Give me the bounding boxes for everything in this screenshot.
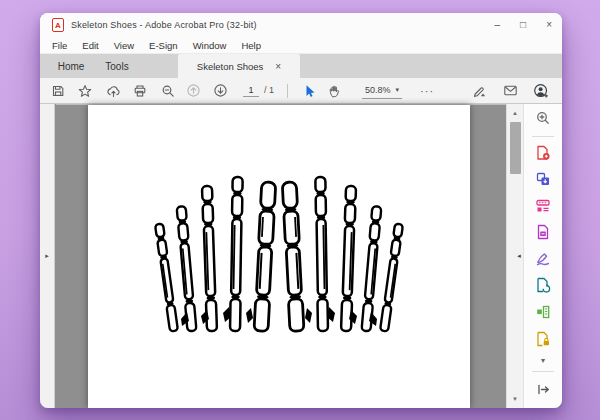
save-icon[interactable] <box>47 80 69 102</box>
minimize-button[interactable]: – <box>495 20 501 30</box>
sidebar-divider <box>532 136 554 137</box>
page-number-input[interactable]: 1 <box>243 85 259 97</box>
organize-pages-icon[interactable] <box>532 302 554 323</box>
request-signatures-icon[interactable] <box>532 275 554 296</box>
scroll-down-icon[interactable]: ▼ <box>507 396 523 402</box>
document-pane: ▸ <box>40 104 562 408</box>
window-controls: – □ × <box>495 20 552 30</box>
collapse-right-panel-icon[interactable]: ◂ <box>514 249 524 263</box>
toolbar: 1 / 1 50.8% ▾ ··· <box>40 78 562 104</box>
title-bar: A Skeleton Shoes - Adobe Acrobat Pro (32… <box>40 13 562 37</box>
window-title: Skeleton Shoes - Adobe Acrobat Pro (32-b… <box>71 20 257 30</box>
export-pdf-icon[interactable] <box>532 222 554 243</box>
left-panel-collapsed[interactable]: ▸ <box>40 104 55 408</box>
zoom-level-value: 50.8% <box>365 85 391 95</box>
menu-view[interactable]: View <box>114 40 134 51</box>
menu-help[interactable]: Help <box>241 40 261 51</box>
toolbar-right-group <box>468 80 562 102</box>
acrobat-window: A Skeleton Shoes - Adobe Acrobat Pro (32… <box>40 13 562 408</box>
menu-edit[interactable]: Edit <box>82 40 98 51</box>
zoom-level-control[interactable]: 50.8% ▾ <box>362 83 402 99</box>
tools-sidebar: ▾ <box>523 104 562 408</box>
pdf-file-icon: A <box>52 18 64 32</box>
tab-home[interactable]: Home <box>48 54 94 78</box>
expand-tools-panel-icon[interactable] <box>532 378 554 400</box>
next-page-icon[interactable] <box>209 80 231 102</box>
tab-document-label: Skeleton Shoes <box>197 61 264 72</box>
tab-document[interactable]: Skeleton Shoes × <box>178 54 300 78</box>
tab-bar: Home Tools Skeleton Shoes × <box>40 54 562 78</box>
pdf-page <box>88 105 470 408</box>
document-background <box>56 104 506 408</box>
edit-pdf-icon[interactable] <box>532 196 554 217</box>
close-button[interactable]: × <box>546 20 552 30</box>
protect-pdf-icon[interactable] <box>532 328 554 349</box>
page-number-group: 1 / 1 <box>243 85 274 97</box>
expand-left-panel-icon[interactable]: ▸ <box>45 252 49 260</box>
marquee-zoom-icon[interactable] <box>532 108 554 129</box>
toolbar-divider <box>287 84 288 98</box>
profile-add-person-icon[interactable] <box>530 80 552 102</box>
more-tools-icon[interactable]: ··· <box>420 85 434 97</box>
menu-window[interactable]: Window <box>193 40 227 51</box>
tab-close-icon[interactable]: × <box>275 61 281 72</box>
combine-files-icon[interactable] <box>532 169 554 190</box>
fill-and-sign-icon[interactable] <box>532 249 554 270</box>
more-tools-chevron-icon[interactable]: ▾ <box>541 355 545 366</box>
chevron-down-icon: ▾ <box>396 86 400 94</box>
print-icon[interactable] <box>129 80 151 102</box>
scrollbar-thumb[interactable] <box>510 122 521 174</box>
create-pdf-icon[interactable] <box>532 142 554 163</box>
hand-tool-icon[interactable] <box>324 80 346 102</box>
star-favorite-icon[interactable] <box>74 80 96 102</box>
fill-and-sign-pen-icon[interactable] <box>468 80 490 102</box>
search-icon[interactable] <box>157 80 179 102</box>
scroll-up-icon[interactable]: ▲ <box>507 110 523 116</box>
sidebar-divider <box>532 371 554 372</box>
tab-tools[interactable]: Tools <box>94 54 140 78</box>
select-tool-icon[interactable] <box>298 80 320 102</box>
menu-bar: File Edit View E-Sign Window Help <box>40 37 562 54</box>
send-email-icon[interactable] <box>499 80 521 102</box>
menu-esign[interactable]: E-Sign <box>149 40 178 51</box>
share-cloud-upload-icon[interactable] <box>102 80 124 102</box>
page-total-label: / 1 <box>264 85 274 95</box>
skeleton-feet-illustration <box>154 173 404 338</box>
maximize-button[interactable]: □ <box>520 20 526 30</box>
menu-file[interactable]: File <box>52 40 67 51</box>
sidebar-bottom <box>532 370 554 400</box>
previous-page-icon <box>182 80 204 102</box>
